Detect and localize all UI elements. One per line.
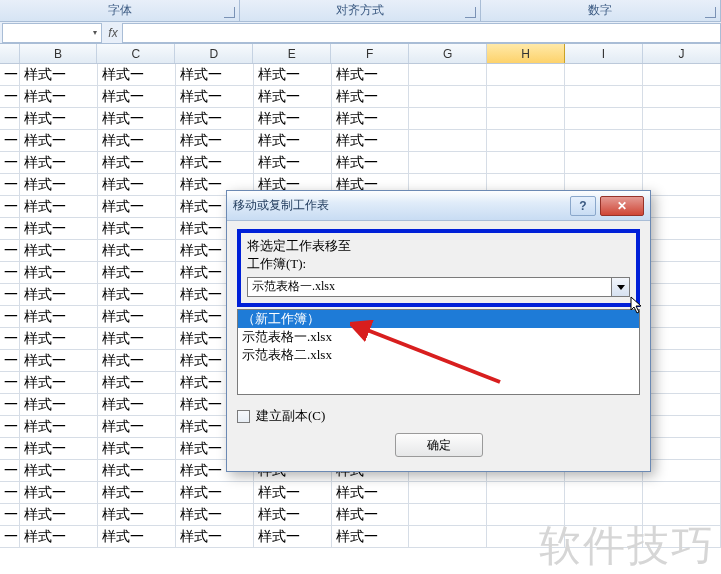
cell[interactable]: 一 [0,108,20,129]
cell[interactable]: 样式一 [176,482,254,503]
cell[interactable]: 一 [0,350,20,371]
cell[interactable] [487,64,565,85]
cell[interactable]: 样式一 [254,64,332,85]
cell[interactable]: 样式一 [332,526,410,547]
cell[interactable]: 一 [0,174,20,195]
cell[interactable]: 样式一 [176,86,254,107]
col-header-J[interactable]: J [643,44,721,63]
cell[interactable]: 一 [0,284,20,305]
cell[interactable]: 样式一 [176,108,254,129]
cell[interactable]: 一 [0,240,20,261]
cell[interactable] [643,218,721,239]
cell[interactable]: 样式一 [254,152,332,173]
list-item[interactable]: 示范表格一.xlsx [238,328,639,346]
cell[interactable]: 样式一 [98,108,176,129]
cell[interactable]: 样式一 [254,130,332,151]
ribbon-group-alignment[interactable]: 对齐方式 [240,0,480,21]
cell[interactable]: 样式一 [332,130,410,151]
list-item[interactable]: 示范表格二.xlsx [238,346,639,364]
cell[interactable] [565,526,643,547]
cell[interactable]: 样式一 [176,64,254,85]
cell[interactable]: 样式一 [332,86,410,107]
cell[interactable] [409,504,487,525]
cell[interactable]: 一 [0,438,20,459]
cell[interactable]: 样式一 [98,64,176,85]
col-header-C[interactable]: C [97,44,175,63]
cell[interactable]: 样式一 [332,64,410,85]
cell[interactable] [487,86,565,107]
dialog-titlebar[interactable]: 移动或复制工作表 ? ✕ [227,191,650,221]
col-header-partial[interactable] [0,44,20,63]
cell[interactable]: 一 [0,526,20,547]
cell[interactable] [409,152,487,173]
col-header-G[interactable]: G [409,44,487,63]
cell[interactable] [487,108,565,129]
col-header-E[interactable]: E [253,44,331,63]
cell[interactable] [487,504,565,525]
cell[interactable]: 一 [0,482,20,503]
cell[interactable] [643,306,721,327]
cell[interactable] [487,152,565,173]
cell[interactable]: 样式一 [98,174,176,195]
cell[interactable]: 样式一 [332,504,410,525]
fx-icon[interactable]: fx [104,26,122,40]
cell[interactable]: 样式一 [98,482,176,503]
cell[interactable]: 一 [0,504,20,525]
cell[interactable]: 样式一 [20,64,98,85]
cell[interactable]: 样式一 [20,416,98,437]
cell[interactable] [565,86,643,107]
cell[interactable] [643,482,721,503]
cell[interactable]: 样式一 [98,262,176,283]
cell[interactable] [643,460,721,481]
cell[interactable]: 样式一 [98,240,176,261]
cell[interactable]: 样式一 [20,372,98,393]
cell[interactable] [643,108,721,129]
workbook-combo-input[interactable]: 示范表格一.xlsx [247,277,612,297]
cell[interactable]: 样式一 [176,152,254,173]
cell[interactable]: 一 [0,306,20,327]
cell[interactable]: 样式一 [20,350,98,371]
cell[interactable] [643,196,721,217]
help-button[interactable]: ? [570,196,596,216]
cell[interactable]: 一 [0,328,20,349]
cell[interactable] [565,482,643,503]
cell[interactable]: 样式一 [98,394,176,415]
cell[interactable]: 样式一 [98,438,176,459]
cell[interactable]: 一 [0,262,20,283]
cell[interactable]: 一 [0,196,20,217]
cell[interactable] [643,350,721,371]
cell[interactable] [487,130,565,151]
cell[interactable] [643,64,721,85]
cell[interactable]: 样式一 [98,196,176,217]
cell[interactable]: 一 [0,64,20,85]
cell[interactable] [487,526,565,547]
cell[interactable]: 样式一 [176,504,254,525]
cell[interactable]: 一 [0,86,20,107]
cell[interactable]: 样式一 [98,372,176,393]
cell[interactable]: 样式一 [332,152,410,173]
cell[interactable]: 样式一 [20,196,98,217]
cell[interactable]: 样式一 [20,526,98,547]
workbook-combo[interactable]: 示范表格一.xlsx [247,277,630,297]
cell[interactable] [643,174,721,195]
cell[interactable]: 一 [0,152,20,173]
cell[interactable]: 一 [0,394,20,415]
cell[interactable] [643,130,721,151]
cell[interactable]: 一 [0,130,20,151]
cell[interactable] [565,152,643,173]
cell[interactable]: 样式一 [332,108,410,129]
cell[interactable]: 样式一 [254,108,332,129]
cell[interactable]: 样式一 [20,240,98,261]
create-copy-checkbox[interactable] [237,410,250,423]
cell[interactable]: 样式一 [254,86,332,107]
cell[interactable]: 一 [0,218,20,239]
cell[interactable] [565,504,643,525]
formula-input[interactable] [122,23,721,43]
cell[interactable]: 样式一 [98,284,176,305]
cell[interactable]: 样式一 [98,130,176,151]
cell[interactable]: 样式一 [176,526,254,547]
cell[interactable] [565,64,643,85]
cell[interactable] [643,394,721,415]
cell[interactable] [409,108,487,129]
cell[interactable]: 样式一 [98,306,176,327]
